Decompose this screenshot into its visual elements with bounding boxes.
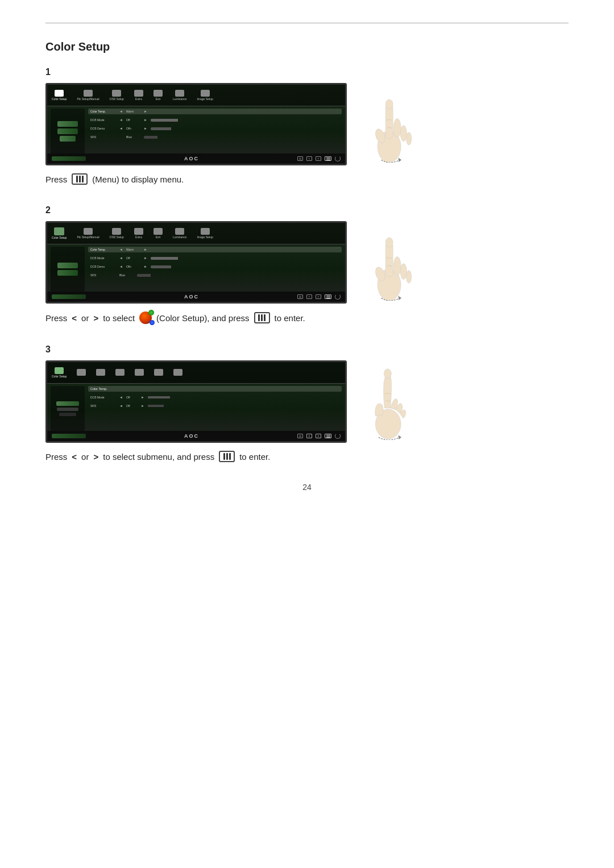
s2-menu-icon-image xyxy=(201,228,210,235)
s3-bar-2 xyxy=(148,396,179,398)
step-1-press: Press xyxy=(45,175,67,184)
s2-menu-icon-picture xyxy=(84,228,93,235)
svg-marker-18 xyxy=(399,435,402,439)
s2-row-label-srs: SRS xyxy=(90,273,116,277)
row-color-temp: Color Temp. ◄ Warm ► xyxy=(88,109,342,114)
step-3-menu-bar: Color Setup xyxy=(47,362,345,384)
s3-menu-line-3 xyxy=(326,437,330,438)
row-arrow-right-1: ► xyxy=(144,110,147,113)
s2-menu-label-exit: Exit xyxy=(156,235,160,239)
s2-menu-item-osd: OSD Setup xyxy=(110,228,124,239)
step-2-to-select: to select xyxy=(103,313,135,323)
s3-ctrl-left-sym: < xyxy=(309,434,310,438)
menu-label-picture: Pic Setup/Manual xyxy=(77,97,99,101)
ctrl-power-btn xyxy=(335,156,341,161)
s2-menu-item-color: Color Setup xyxy=(52,227,67,239)
row-arrow-left-2: ◄ xyxy=(119,118,123,122)
s2-ctrl-right-sym: > xyxy=(318,295,320,298)
s3-arrow-r1: ► xyxy=(141,396,144,399)
menu-item-picture: Pic Setup/Manual xyxy=(77,90,99,101)
s2-mi-line-3 xyxy=(264,314,265,321)
row-label-color-temp: Color Temp. xyxy=(90,110,116,113)
s3-arrow-l1: ◄ xyxy=(119,396,123,399)
step-2-bottom-controls: ⊟ < > xyxy=(297,294,341,300)
menu-item-color: Color Setup xyxy=(52,90,67,101)
step-2-left-panel xyxy=(51,247,85,292)
left-icon-3 xyxy=(60,136,76,142)
left-icon-1 xyxy=(57,121,78,127)
step-3-block: 3 Color Setup xyxy=(45,344,569,462)
step-1-block: 1 Color Setup Pic Setup/Manual OS xyxy=(45,67,569,185)
s3-mi-line-1 xyxy=(223,453,225,460)
menu-label-exit: Exit xyxy=(156,97,160,101)
bottom-brand-2: AOC xyxy=(184,294,199,300)
s2-row-arrow-l1: ◄ xyxy=(119,248,123,251)
svg-marker-7 xyxy=(399,158,402,162)
page-title: Color Setup xyxy=(45,40,569,53)
menu-label-color: Color Setup xyxy=(52,97,67,101)
menu-line-3 xyxy=(326,160,330,160)
step-3-left-panel xyxy=(51,386,85,431)
s3-arrow-l2: ◄ xyxy=(119,404,123,408)
step-2-gt: > xyxy=(93,313,98,323)
step-1-bottom-bar: AOC ⊟ < > xyxy=(47,153,345,164)
s3-ctrl-monitor-btn: ⊟ xyxy=(297,434,303,438)
menu-label-osd: OSD Setup xyxy=(110,97,124,101)
step-3-bottom-controls: ⊟ < > xyxy=(297,433,341,439)
menu-item-image: Image Setup xyxy=(197,90,213,101)
mi-line-1 xyxy=(76,176,78,182)
s2-menu-label-picture: Pic Setup/Manual xyxy=(77,235,99,239)
s2-mi-line-2 xyxy=(261,314,263,321)
step-2-or: or xyxy=(81,313,89,323)
s3-left-text xyxy=(56,401,79,406)
ctrl-left-sym: < xyxy=(309,157,310,160)
s2-menu-icon-extra xyxy=(134,228,143,235)
s2-ctrl-monitor-sym: ⊟ xyxy=(299,295,301,298)
s2-menu-icon-luminance xyxy=(175,228,184,235)
svg-marker-15 xyxy=(399,296,402,300)
step-3-to-select: to select submenu, and press xyxy=(103,452,214,462)
step-2-bottom-bar: AOC ⊟ < > xyxy=(47,292,345,302)
step-3-lt: < xyxy=(72,452,77,462)
menu-icon-extra xyxy=(134,90,143,97)
step-1-menu-bar: Color Setup Pic Setup/Manual OSD Setup E… xyxy=(47,85,345,106)
s3-ctrl-left-btn: < xyxy=(306,434,312,438)
step-2-color-setup-label: (Color Setup), and press xyxy=(156,313,249,323)
s3-menu-icon-2 xyxy=(77,369,86,376)
ctrl-menu-btn-1 xyxy=(325,156,331,161)
s3-left-3 xyxy=(59,413,76,416)
mi-line-2 xyxy=(79,176,81,182)
step-2-lt: < xyxy=(72,313,77,323)
svg-point-3 xyxy=(393,119,401,138)
s3-ctrl-power-btn xyxy=(335,433,341,439)
page-number-value: 24 xyxy=(302,483,312,492)
s2-left-icon-1 xyxy=(57,263,78,268)
step-1-menu-icon xyxy=(72,173,88,185)
step-1-instruction: Press (Menu) to display menu. xyxy=(45,173,569,185)
row-blue: SRS ◄ Blue xyxy=(88,134,342,140)
s2-ctrl-menu-btn xyxy=(325,294,331,299)
step-2-monitor-container: Color Setup Pic Setup/Manual OSD Setup E… xyxy=(45,221,569,304)
step-1-hand-svg xyxy=(358,83,415,163)
step-3-or: or xyxy=(81,452,89,462)
svg-point-10 xyxy=(385,238,393,247)
step-2-content: Color Temp. ◄ Warm ► DCB Mode ◄ Off ► DC… xyxy=(88,247,342,292)
s2-menu-line-2 xyxy=(326,297,330,297)
row-arrow-right-3: ► xyxy=(144,127,147,130)
step-3-menu-icon xyxy=(219,451,235,462)
s3-menu-icon-3 xyxy=(96,369,105,376)
step-2-block: 2 Color Setup Pic Setup/Manual OSD Setup xyxy=(45,205,569,324)
s2-menu-line-3 xyxy=(326,298,330,298)
step-1-monitor-container: Color Setup Pic Setup/Manual OSD Setup E… xyxy=(45,83,569,165)
s2-bottom-left xyxy=(52,294,86,299)
step-3-press: Press xyxy=(45,452,67,462)
row-arrow-right-2: ► xyxy=(144,118,147,122)
ctrl-left-btn: < xyxy=(306,156,312,161)
s2-row-label-demo: DCB Demo xyxy=(90,265,116,268)
menu-line-1 xyxy=(326,157,330,158)
menu-icon-picture xyxy=(84,90,93,97)
step-1-suffix: (Menu) to display menu. xyxy=(92,175,184,184)
s2-row-arrow-r1: ► xyxy=(144,248,147,251)
ctrl-monitor-sym: ⊟ xyxy=(299,157,301,160)
bottom-brand-1: AOC xyxy=(184,156,199,161)
